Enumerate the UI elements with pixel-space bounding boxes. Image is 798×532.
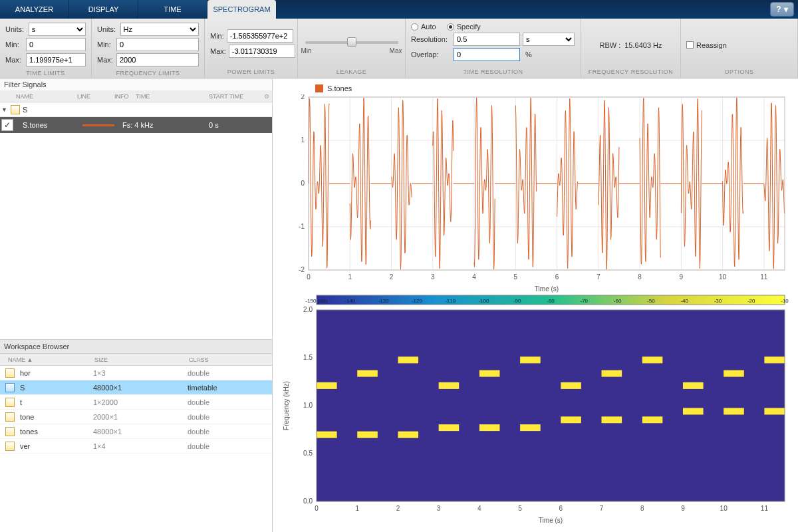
power-max-input[interactable] bbox=[229, 45, 295, 58]
svg-text:9: 9 bbox=[680, 273, 684, 281]
toolstrip-tabs: ANALYZER DISPLAY TIME SPECTROGRAM ? ▾ bbox=[0, 0, 798, 19]
svg-text:-20: -20 bbox=[747, 298, 755, 304]
svg-rect-70 bbox=[642, 356, 663, 363]
gear-icon[interactable]: ⚙ bbox=[264, 93, 269, 100]
resolution-units-select[interactable]: s bbox=[523, 33, 575, 46]
svg-text:1.5: 1.5 bbox=[303, 354, 313, 361]
svg-rect-67 bbox=[602, 416, 622, 423]
svg-text:0: 0 bbox=[307, 273, 311, 281]
workspace-browser-title: Workspace Browser bbox=[0, 339, 272, 354]
legend-label: S.tones bbox=[327, 84, 352, 92]
leakage-slider[interactable]: MinMax bbox=[305, 36, 398, 55]
workspace-row[interactable]: tone2000×1double bbox=[0, 410, 272, 424]
svg-rect-68 bbox=[602, 370, 622, 377]
svg-rect-74 bbox=[724, 370, 744, 377]
svg-text:0.5: 0.5 bbox=[303, 450, 313, 457]
ribbon: Units: s Min: Max: TIME LIMITS Units: Hz… bbox=[0, 19, 798, 78]
panel-title: OPTIONS bbox=[686, 67, 792, 78]
svg-rect-69 bbox=[642, 416, 663, 423]
svg-text:8: 8 bbox=[640, 505, 644, 512]
overlap-input[interactable] bbox=[454, 48, 520, 61]
signal-info: Fs: 4 kHz bbox=[118, 121, 205, 129]
label-units: Units: bbox=[5, 25, 26, 33]
svg-rect-61 bbox=[479, 424, 500, 431]
signal-group-row[interactable]: ▼ S bbox=[0, 102, 272, 117]
left-panel: Filter Signals NAME LINE INFO TIME START… bbox=[0, 78, 273, 532]
tab-spectrogram[interactable]: SPECTROGRAM bbox=[207, 0, 277, 19]
time-units-select[interactable]: s bbox=[29, 23, 86, 36]
tab-analyzer[interactable]: ANALYZER bbox=[0, 0, 69, 19]
svg-text:6: 6 bbox=[559, 505, 563, 512]
svg-text:1: 1 bbox=[355, 505, 359, 512]
svg-text:5: 5 bbox=[514, 273, 518, 281]
signal-row[interactable]: ✓ S.tones Fs: 4 kHz 0 s bbox=[0, 117, 272, 133]
svg-text:-120: -120 bbox=[412, 298, 423, 304]
signal-checkbox[interactable]: ✓ bbox=[1, 119, 13, 131]
svg-rect-57 bbox=[398, 432, 418, 438]
resolution-input[interactable] bbox=[454, 33, 520, 46]
rbw-value: 15.6403 Hz bbox=[624, 41, 662, 49]
legend-swatch bbox=[315, 84, 323, 92]
help-icon: ? bbox=[776, 5, 781, 14]
signal-name: S.tones bbox=[13, 121, 78, 129]
svg-rect-66 bbox=[561, 382, 581, 389]
power-min-input[interactable] bbox=[227, 29, 293, 43]
svg-rect-62 bbox=[479, 370, 500, 377]
line-swatch bbox=[78, 124, 118, 126]
svg-text:8: 8 bbox=[638, 273, 642, 281]
var-icon bbox=[5, 368, 15, 378]
disclosure-icon[interactable]: ▼ bbox=[1, 106, 8, 113]
svg-rect-58 bbox=[398, 356, 418, 363]
workspace-row[interactable]: t1×2000double bbox=[0, 395, 272, 410]
display-panel: S.tones -2-101201234567891011Time (s) -1… bbox=[273, 78, 798, 532]
freq-units-select[interactable]: Hz bbox=[120, 23, 199, 36]
tab-time[interactable]: TIME bbox=[138, 0, 207, 19]
workspace-row[interactable]: hor1×3double bbox=[0, 366, 272, 380]
svg-text:0.0: 0.0 bbox=[303, 497, 313, 505]
svg-text:0: 0 bbox=[301, 180, 305, 187]
var-icon bbox=[5, 412, 15, 422]
time-min-input[interactable] bbox=[26, 38, 86, 51]
var-icon bbox=[5, 383, 15, 392]
svg-text:Time (s): Time (s) bbox=[539, 517, 563, 524]
freq-max-input[interactable] bbox=[116, 53, 199, 66]
svg-rect-59 bbox=[439, 424, 460, 431]
svg-text:-2: -2 bbox=[299, 266, 305, 273]
help-button[interactable]: ? ▾ bbox=[770, 2, 794, 17]
svg-text:5: 5 bbox=[518, 505, 522, 512]
label-overlap: Overlap: bbox=[411, 51, 451, 59]
freq-min-input[interactable] bbox=[116, 38, 199, 51]
panel-title: FREQUENCY LIMITS bbox=[97, 68, 199, 79]
svg-text:4: 4 bbox=[472, 273, 476, 281]
svg-text:1: 1 bbox=[348, 273, 352, 281]
time-plot[interactable]: -2-101201234567891011Time (s) bbox=[279, 94, 791, 294]
tab-display[interactable]: DISPLAY bbox=[69, 0, 138, 19]
svg-text:Frequency (kHz): Frequency (kHz) bbox=[283, 381, 290, 430]
svg-text:2: 2 bbox=[390, 273, 394, 281]
svg-rect-53 bbox=[317, 432, 337, 438]
workspace-row[interactable]: tones48000×1double bbox=[0, 424, 272, 439]
time-max-input[interactable] bbox=[26, 53, 86, 66]
specify-radio[interactable]: Specify bbox=[447, 23, 481, 31]
svg-text:3: 3 bbox=[431, 273, 435, 281]
spectrogram-plot[interactable]: -150 (dB)-140-130-120-110-100-90-80-70-6… bbox=[279, 294, 791, 525]
svg-text:1.0: 1.0 bbox=[303, 402, 313, 409]
svg-rect-76 bbox=[764, 356, 785, 363]
var-icon bbox=[5, 398, 15, 407]
slider-max-label: Max bbox=[390, 47, 402, 55]
label-max: Max: bbox=[97, 56, 114, 64]
panel-title: TIME LIMITS bbox=[5, 68, 86, 79]
workspace-row[interactable]: ver1×4double bbox=[0, 439, 272, 454]
svg-text:6: 6 bbox=[555, 273, 559, 281]
svg-rect-65 bbox=[561, 416, 581, 423]
label-min: Min: bbox=[5, 41, 23, 49]
panel-title: POWER LIMITS bbox=[210, 67, 292, 78]
svg-text:11: 11 bbox=[760, 273, 768, 281]
workspace-row[interactable]: S48000×1timetable bbox=[0, 380, 272, 395]
reassign-checkbox[interactable]: Reassign bbox=[686, 41, 727, 49]
radio-label: Specify bbox=[457, 23, 481, 31]
svg-rect-72 bbox=[683, 382, 704, 389]
radio-label: Auto bbox=[421, 23, 436, 31]
panel-options: Reassign OPTIONS bbox=[681, 19, 798, 78]
auto-radio[interactable]: Auto bbox=[411, 23, 436, 31]
